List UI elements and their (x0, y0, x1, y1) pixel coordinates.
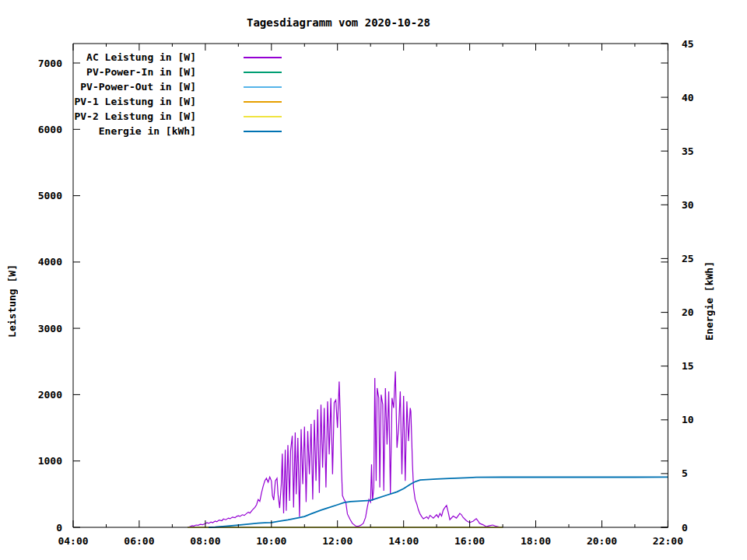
y2-tick-label: 25 (682, 253, 694, 264)
x-tick-label: 04:00 (58, 535, 88, 547)
x-tick-label: 08:00 (190, 535, 220, 547)
x-tick-label: 16:00 (454, 535, 485, 547)
y2-tick-label: 20 (682, 306, 694, 318)
x-tick-label: 18:00 (521, 535, 551, 547)
y2-tick-label: 45 (682, 38, 694, 50)
series-line-0 (188, 372, 503, 527)
y2-tick-label: 10 (682, 414, 694, 425)
y2-tick-label: 0 (682, 522, 688, 534)
x-tick-label: 12:00 (322, 535, 352, 547)
x-tick-label: 06:00 (124, 535, 154, 547)
y-tick-label: 2000 (38, 389, 62, 401)
y-tick-label: 1000 (38, 455, 62, 467)
y-tick-label: 5000 (38, 190, 62, 201)
x-tick-label: 10:00 (256, 535, 286, 547)
x-tick-label: 22:00 (653, 535, 683, 547)
y-tick-label: 4000 (38, 256, 62, 268)
y2-tick-label: 15 (682, 360, 694, 372)
y2-tick-label: 5 (682, 467, 688, 479)
chart-page: { "chart_data": { "type": "line", "title… (0, 0, 747, 560)
y-tick-label: 3000 (38, 323, 62, 334)
y2-tick-label: 40 (682, 92, 694, 103)
x-tick-label: 14:00 (388, 535, 419, 547)
y-tick-label: 7000 (38, 58, 62, 69)
plot-area: 04:0006:0008:0010:0012:0014:0016:0018:00… (0, 0, 747, 560)
y-tick-label: 6000 (38, 124, 62, 135)
y2-tick-label: 30 (682, 199, 694, 211)
plot-border (73, 44, 668, 527)
x-tick-label: 20:00 (587, 535, 617, 547)
y2-tick-label: 35 (682, 145, 694, 157)
y-tick-label: 0 (56, 522, 62, 534)
